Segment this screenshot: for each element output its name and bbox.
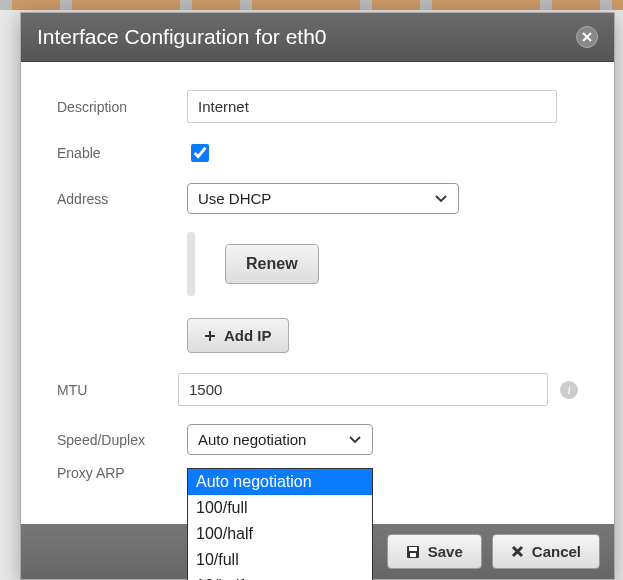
speed-duplex-dropdown: Auto negotiation 100/full 100/half 10/fu… — [187, 468, 373, 580]
enable-checkbox[interactable] — [191, 144, 209, 162]
cancel-button[interactable]: Cancel — [492, 534, 600, 569]
enable-label: Enable — [57, 145, 187, 161]
address-select-value: Use DHCP — [198, 190, 271, 207]
dialog-body: Description Enable Address Use DHCP — [21, 62, 614, 524]
speed-duplex-select[interactable]: Auto negotiation — [187, 424, 373, 455]
chevron-down-icon — [434, 194, 448, 204]
background-decoration — [0, 0, 623, 10]
dropdown-option[interactable]: 10/full — [188, 547, 372, 573]
dialog-titlebar: Interface Configuration for eth0 — [21, 13, 614, 62]
address-select[interactable]: Use DHCP — [187, 183, 459, 214]
close-button[interactable] — [576, 26, 598, 48]
renew-button[interactable]: Renew — [225, 244, 319, 284]
cancel-label: Cancel — [532, 543, 581, 560]
add-ip-label: Add IP — [224, 327, 272, 344]
proxy-arp-label: Proxy ARP — [57, 465, 187, 481]
mtu-input[interactable] — [178, 373, 548, 406]
dropdown-option[interactable]: Auto negotiation — [188, 469, 372, 495]
cancel-icon — [511, 545, 524, 558]
close-icon — [582, 32, 592, 42]
speed-duplex-label: Speed/Duplex — [57, 432, 187, 448]
speed-duplex-value: Auto negotiation — [198, 431, 306, 448]
info-icon[interactable]: i — [560, 381, 578, 399]
dialog-title: Interface Configuration for eth0 — [37, 25, 327, 49]
description-label: Description — [57, 99, 187, 115]
description-input[interactable] — [187, 90, 557, 123]
add-ip-button[interactable]: Add IP — [187, 318, 289, 353]
dropdown-option[interactable]: 10/half — [188, 573, 372, 580]
mtu-label: MTU — [57, 382, 178, 398]
save-button[interactable]: Save — [387, 534, 482, 569]
address-label: Address — [57, 191, 187, 207]
renew-button-label: Renew — [246, 255, 298, 273]
interface-config-dialog: Interface Configuration for eth0 Descrip… — [20, 12, 615, 580]
chevron-down-icon — [348, 435, 362, 445]
save-icon — [406, 545, 420, 559]
save-label: Save — [428, 543, 463, 560]
svg-rect-1 — [409, 547, 417, 551]
section-indent-bar — [187, 232, 195, 296]
dropdown-option[interactable]: 100/half — [188, 521, 372, 547]
svg-rect-2 — [410, 553, 416, 557]
plus-icon — [204, 330, 216, 342]
dropdown-option[interactable]: 100/full — [188, 495, 372, 521]
